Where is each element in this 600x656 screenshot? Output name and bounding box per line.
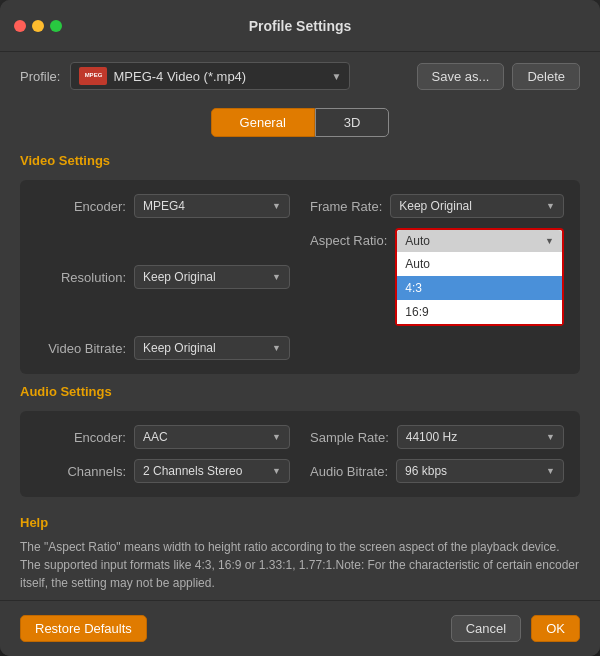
video-bitrate-select[interactable]: Keep Original ▼ — [134, 336, 290, 360]
close-button[interactable] — [14, 20, 26, 32]
aspect-ratio-dropdown: Auto 4:3 16:9 — [397, 252, 562, 324]
save-as-button[interactable]: Save as... — [417, 63, 505, 90]
aspect-ratio-field: Aspect Ratio: Auto ▼ Auto 4:3 16:9 — [310, 228, 564, 326]
sample-rate-chevron-icon: ▼ — [546, 432, 555, 442]
window-title: Profile Settings — [249, 18, 352, 34]
aspect-ratio-value: Auto — [405, 234, 541, 248]
resolution-field: Resolution: Keep Original ▼ — [36, 228, 290, 326]
help-section: Help The "Aspect Ratio" means width to h… — [20, 507, 580, 592]
frame-rate-value: Keep Original — [399, 199, 542, 213]
encoder-chevron-icon: ▼ — [272, 201, 281, 211]
resolution-value: Keep Original — [143, 270, 268, 284]
resolution-label: Resolution: — [36, 270, 126, 285]
channels-field: Channels: 2 Channels Stereo ▼ — [36, 459, 290, 483]
encoder-value: MPEG4 — [143, 199, 268, 213]
frame-rate-select[interactable]: Keep Original ▼ — [390, 194, 564, 218]
audio-bitrate-label: Audio Bitrate: — [310, 464, 388, 479]
encoder-field: Encoder: MPEG4 ▼ — [36, 194, 290, 218]
aspect-ratio-label: Aspect Ratio: — [310, 233, 387, 248]
profile-chevron-icon: ▼ — [332, 71, 342, 82]
encoder-label: Encoder: — [36, 199, 126, 214]
resolution-chevron-icon: ▼ — [272, 272, 281, 282]
tab-general[interactable]: General — [211, 108, 315, 137]
audio-encoder-value: AAC — [143, 430, 268, 444]
video-settings-title: Video Settings — [20, 153, 580, 168]
aspect-option-auto[interactable]: Auto — [397, 252, 562, 276]
audio-settings-section: Encoder: AAC ▼ Sample Rate: 44100 Hz ▼ — [20, 411, 580, 497]
audio-encoder-chevron-icon: ▼ — [272, 432, 281, 442]
main-content: Video Settings Encoder: MPEG4 ▼ Frame Ra… — [0, 149, 600, 600]
help-title: Help — [20, 515, 580, 530]
sample-rate-field: Sample Rate: 44100 Hz ▼ — [310, 425, 564, 449]
traffic-lights — [14, 20, 62, 32]
channels-value: 2 Channels Stereo — [143, 464, 268, 478]
profile-select[interactable]: MPEG MPEG-4 Video (*.mp4) ▼ — [70, 62, 350, 90]
help-text: The "Aspect Ratio" means width to height… — [20, 538, 580, 592]
main-window: Profile Settings Profile: MPEG MPEG-4 Vi… — [0, 0, 600, 656]
sample-rate-select[interactable]: 44100 Hz ▼ — [397, 425, 564, 449]
audio-bitrate-chevron-icon: ▼ — [546, 466, 555, 476]
profile-value: MPEG-4 Video (*.mp4) — [113, 69, 325, 84]
profile-label: Profile: — [20, 69, 60, 84]
ok-button[interactable]: OK — [531, 615, 580, 642]
title-bar: Profile Settings — [0, 0, 600, 52]
audio-encoder-field: Encoder: AAC ▼ — [36, 425, 290, 449]
tab-3d[interactable]: 3D — [315, 108, 390, 137]
restore-defaults-button[interactable]: Restore Defaults — [20, 615, 147, 642]
aspect-option-16-9[interactable]: 16:9 — [397, 300, 562, 324]
audio-settings-title: Audio Settings — [20, 384, 580, 399]
video-bitrate-value: Keep Original — [143, 341, 268, 355]
profile-icon: MPEG — [79, 67, 107, 85]
aspect-ratio-chevron-icon: ▼ — [545, 236, 554, 246]
cancel-button[interactable]: Cancel — [451, 615, 521, 642]
audio-encoder-select[interactable]: AAC ▼ — [134, 425, 290, 449]
channels-label: Channels: — [36, 464, 126, 479]
aspect-option-4-3[interactable]: 4:3 — [397, 276, 562, 300]
frame-rate-label: Frame Rate: — [310, 199, 382, 214]
channels-select[interactable]: 2 Channels Stereo ▼ — [134, 459, 290, 483]
profile-action-buttons: Save as... Delete — [417, 63, 580, 90]
frame-rate-chevron-icon: ▼ — [546, 201, 555, 211]
resolution-select[interactable]: Keep Original ▼ — [134, 265, 290, 289]
encoder-select[interactable]: MPEG4 ▼ — [134, 194, 290, 218]
delete-button[interactable]: Delete — [512, 63, 580, 90]
audio-bitrate-select[interactable]: 96 kbps ▼ — [396, 459, 564, 483]
video-bitrate-chevron-icon: ▼ — [272, 343, 281, 353]
maximize-button[interactable] — [50, 20, 62, 32]
video-settings-section: Encoder: MPEG4 ▼ Frame Rate: Keep Origin… — [20, 180, 580, 374]
video-settings-grid: Encoder: MPEG4 ▼ Frame Rate: Keep Origin… — [36, 194, 564, 360]
audio-encoder-label: Encoder: — [36, 430, 126, 445]
minimize-button[interactable] — [32, 20, 44, 32]
bottom-right-buttons: Cancel OK — [451, 615, 580, 642]
video-bitrate-field: Video Bitrate: Keep Original ▼ — [36, 336, 290, 360]
sample-rate-value: 44100 Hz — [406, 430, 542, 444]
profile-bar: Profile: MPEG MPEG-4 Video (*.mp4) ▼ Sav… — [0, 52, 600, 100]
frame-rate-field: Frame Rate: Keep Original ▼ — [310, 194, 564, 218]
channels-chevron-icon: ▼ — [272, 466, 281, 476]
sample-rate-label: Sample Rate: — [310, 430, 389, 445]
audio-bitrate-field: Audio Bitrate: 96 kbps ▼ — [310, 459, 564, 483]
audio-bitrate-value: 96 kbps — [405, 464, 542, 478]
audio-settings-grid: Encoder: AAC ▼ Sample Rate: 44100 Hz ▼ — [36, 425, 564, 483]
aspect-ratio-select[interactable]: Auto ▼ — [397, 230, 562, 252]
tabs-bar: General 3D — [0, 100, 600, 149]
video-bitrate-label: Video Bitrate: — [36, 341, 126, 356]
bottom-bar: Restore Defaults Cancel OK — [0, 600, 600, 656]
